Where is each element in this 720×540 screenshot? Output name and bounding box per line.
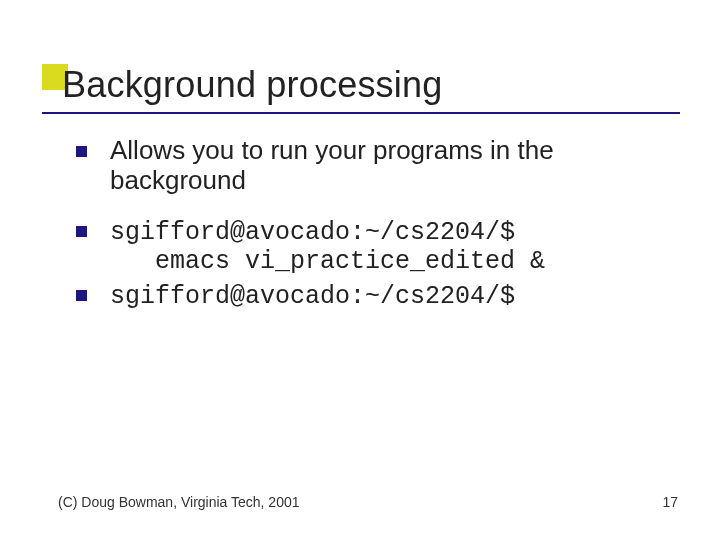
square-bullet-icon [76,226,87,237]
bullet-text: sgifford@avocado:~/cs2204/$ [110,282,515,311]
title-underline [42,112,680,114]
slide-body: Allows you to run your programs in the b… [76,136,660,332]
footer-copyright: (C) Doug Bowman, Virginia Tech, 2001 [58,494,300,510]
slide-title: Background processing [42,66,680,104]
bullet-text: Allows you to run your programs in the b… [110,135,554,195]
code-line: sgifford@avocado:~/cs2204/$ [110,218,515,247]
bullet-item: Allows you to run your programs in the b… [76,136,660,196]
title-area: Background processing [42,66,680,104]
square-bullet-icon [76,290,87,301]
footer-page-number: 17 [662,494,678,510]
bullet-text: sgifford@avocado:~/cs2204/$ emacs vi_pra… [110,218,660,277]
square-bullet-icon [76,146,87,157]
code-line: emacs vi_practice_edited & [110,248,660,277]
slide: Background processing Allows you to run … [0,0,720,540]
bullet-item: sgifford@avocado:~/cs2204/$ emacs vi_pra… [76,216,660,277]
bullet-item: sgifford@avocado:~/cs2204/$ [76,280,660,312]
